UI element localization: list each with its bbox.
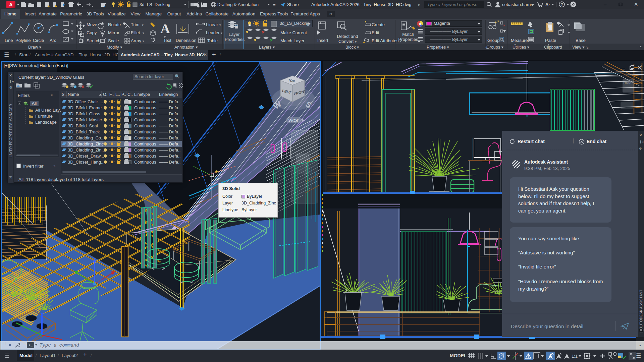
svg-text:FRONT: FRONT bbox=[624, 82, 632, 84]
svg-text:3d_LS_Decking: 3d_LS_Decking bbox=[140, 2, 170, 7]
svg-text:?: ? bbox=[561, 2, 563, 6]
svg-text:Y: Y bbox=[11, 318, 14, 323]
svg-text:1:1: 1:1 bbox=[572, 354, 578, 359]
svg-text:[+][SW Isometric][Hidden (Fast: [+][SW Isometric][Hidden (Fast)] bbox=[4, 63, 68, 68]
svg-text:WCS: WCS bbox=[288, 118, 298, 123]
svg-text:A: A bbox=[160, 21, 170, 36]
